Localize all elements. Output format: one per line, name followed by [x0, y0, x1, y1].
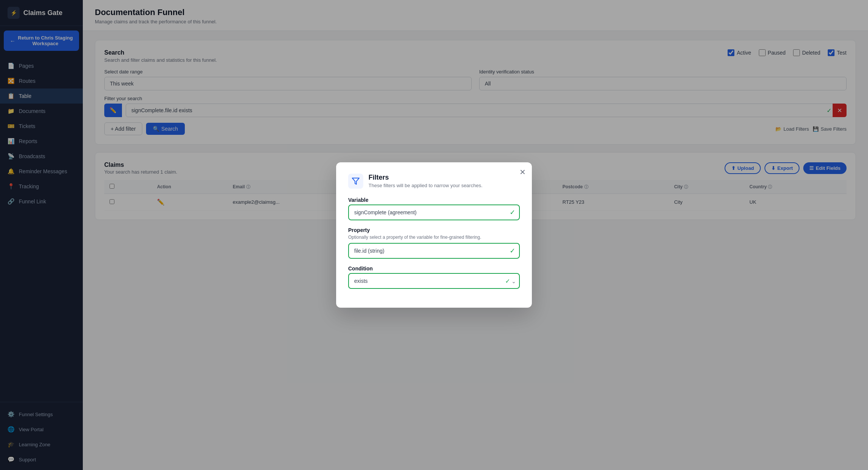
property-desc: Optionally select a property of the vari… — [348, 235, 520, 240]
modal-header: Filters These filters will be applied to… — [348, 174, 520, 189]
modal-close-button[interactable]: ✕ — [519, 168, 526, 176]
condition-select-wrap: exists ✓ ⌄ — [348, 273, 520, 289]
filters-modal: ✕ Filters These filters will be applied … — [336, 162, 532, 308]
modal-subtitle: These filters will be applied to narrow … — [369, 183, 483, 188]
variable-check-icon: ✓ — [510, 208, 515, 217]
property-label: Property — [348, 227, 520, 233]
property-field: Property Optionally select a property of… — [348, 227, 520, 259]
modal-title: Filters — [369, 174, 483, 182]
condition-select[interactable]: exists — [348, 273, 520, 289]
variable-field: Variable ✓ — [348, 197, 520, 220]
modal-overlay[interactable]: ✕ Filters These filters will be applied … — [0, 0, 868, 470]
variable-input-wrap: ✓ — [348, 204, 520, 220]
variable-label: Variable — [348, 197, 520, 203]
condition-check-icon: ✓ — [505, 278, 510, 285]
condition-select-icons: ✓ ⌄ — [505, 278, 516, 285]
variable-input[interactable] — [348, 204, 520, 220]
condition-field: Condition exists ✓ ⌄ — [348, 266, 520, 289]
property-input-wrap: ✓ — [348, 243, 520, 259]
filter-modal-icon — [348, 174, 363, 189]
property-check-icon: ✓ — [510, 247, 515, 255]
svg-marker-0 — [352, 178, 359, 185]
condition-label: Condition — [348, 266, 520, 272]
condition-arrow-icon: ⌄ — [512, 278, 516, 284]
property-input[interactable] — [348, 243, 520, 259]
